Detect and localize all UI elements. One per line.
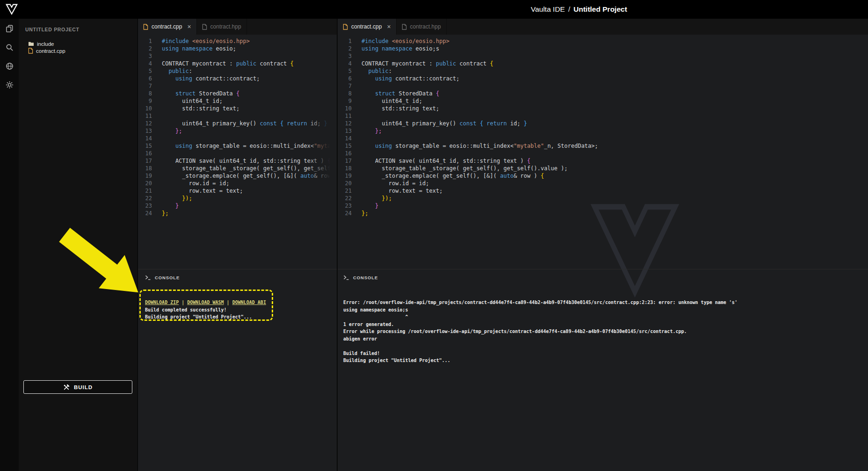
close-icon[interactable]: × [187,23,191,30]
tab-contract-cpp[interactable]: contract.cpp × [338,19,397,35]
line-number: 3 [338,52,352,60]
code-text: #include <eosio/eosio.hpp> [162,38,250,44]
console-panel: CONSOLE DOWNLOAD ZIP | DOWNLOAD WASM | D… [138,269,337,471]
code-text: std::string text; [362,105,439,112]
line-number: 7 [138,82,152,90]
line-number: 13 [138,127,152,135]
tab-contract-hpp[interactable]: contract.hpp [197,19,247,35]
line-number: 24 [138,210,152,217]
code-text: } [162,203,179,209]
console-line [343,342,865,350]
console-output: DOWNLOAD ZIP | DOWNLOAD WASM | DOWNLOAD … [145,299,334,321]
globe-icon[interactable] [5,62,14,71]
code-line: 3 [338,52,868,60]
line-number: 1 [338,37,352,45]
code-fade-overlay [307,35,337,240]
line-number: 20 [138,180,152,187]
console-panel: CONSOLE Error: /root/overflow-ide-api/tm… [338,269,868,471]
console-line: Build failed! [343,350,865,357]
left-editor-panel: contract.cpp × contract.hpp 1#include <e… [138,19,337,471]
tree-item-contract-cpp[interactable]: contract.cpp [19,47,137,54]
console-line: 1 error generated. [343,321,865,328]
line-number: 15 [138,142,152,150]
link-separator: | [179,300,187,305]
download-link-download-abi[interactable]: DOWNLOAD ABI [232,300,266,305]
line-number: 18 [138,165,152,172]
tab-contract-hpp[interactable]: contract.hpp [397,19,447,35]
code-text: }; [362,210,368,217]
close-icon[interactable]: × [387,23,391,30]
line-number: 19 [138,172,152,180]
line-number: 5 [338,67,352,75]
files-icon[interactable] [5,24,14,33]
tree-item-label: include [37,41,54,47]
code-line: 18 storage_table _storage( get_self(), g… [338,165,868,172]
code-line: 10 std::string text; [338,105,868,112]
console-lines: Build completed successfully!Building pr… [145,306,334,321]
line-number: 16 [338,150,352,157]
code-text: }; [162,210,168,217]
code-line: 22 }); [338,195,868,202]
code-text: using contract::contract; [362,75,460,82]
code-line: 15 using storage_table = eosio::multi_in… [338,142,868,150]
build-button-label: BUILD [74,384,93,390]
search-icon[interactable] [5,43,14,52]
build-tools-icon [63,384,70,391]
code-line: 13 }; [338,127,868,135]
line-number: 11 [138,112,152,120]
file-tree: include contract.cpp [19,40,137,54]
code-line: 20 row.id = id; [338,180,868,187]
console-line: abigen error [343,335,865,343]
line-number: 4 [338,60,352,67]
line-number: 6 [338,75,352,82]
line-number: 15 [338,142,352,150]
window-title: Vaulta IDE / Untitled Project [531,0,627,19]
code-line: 11 [338,112,868,120]
code-line: 8 struct StoredData { [338,90,868,97]
settings-gear-icon[interactable] [5,80,14,89]
terminal-icon [145,275,151,280]
project-name: Untitled Project [573,5,627,14]
line-number: 9 [138,97,152,105]
code-text: CONTRACT mycontract : public contract { [162,60,294,67]
line-number: 21 [338,187,352,195]
code-text: ACTION save( uint64_t id, std::string te… [362,158,530,164]
download-link-download-zip[interactable]: DOWNLOAD ZIP [145,300,179,305]
code-text: storage_table _storage( get_self(), get_… [362,165,568,172]
code-text: using contract::contract; [162,75,260,82]
code-editor[interactable]: 1#include <eosio/eosio.hpp>2using namesp… [338,35,868,250]
build-button[interactable]: BUILD [23,380,132,394]
code-text: struct StoredData { [362,90,439,97]
tree-item-include[interactable]: include [19,40,137,47]
code-text: row.text = text; [162,188,243,194]
code-text: _storage.emplace( get_self(), [&]( auto&… [362,173,544,179]
console-title: CONSOLE [155,275,180,280]
code-line: 5 public: [338,67,868,75]
code-text: row.id = id; [162,180,230,187]
code-line: 1#include <eosio/eosio.hpp> [338,37,868,45]
tab-label: contract.hpp [410,23,441,30]
terminal-icon [343,275,349,280]
download-link-download-wasm[interactable]: DOWNLOAD WASM [187,300,224,305]
hpp-file-icon [402,24,407,30]
code-line: 9 uint64_t id; [338,97,868,105]
line-number: 6 [138,75,152,82]
tab-label: contract.cpp [152,23,182,30]
line-number: 16 [138,150,152,157]
line-number: 17 [138,157,152,165]
cpp-file-icon [343,24,348,30]
code-text: } [362,203,378,209]
code-text: using namespace eosio; [162,45,236,52]
code-text: }; [362,128,382,134]
tab-label: contract.cpp [351,23,382,30]
tab-contract-cpp[interactable]: contract.cpp × [138,19,197,35]
line-number: 18 [338,165,352,172]
code-text: public: [162,68,192,74]
code-line: 16 [338,150,868,157]
line-number: 4 [138,60,152,67]
code-text: uint64_t primary_key() const { return id… [362,120,527,127]
code-text: public: [362,68,392,74]
line-number: 14 [338,135,352,142]
line-number: 23 [138,202,152,210]
code-line: 2using namespace eosio;s [338,45,868,52]
